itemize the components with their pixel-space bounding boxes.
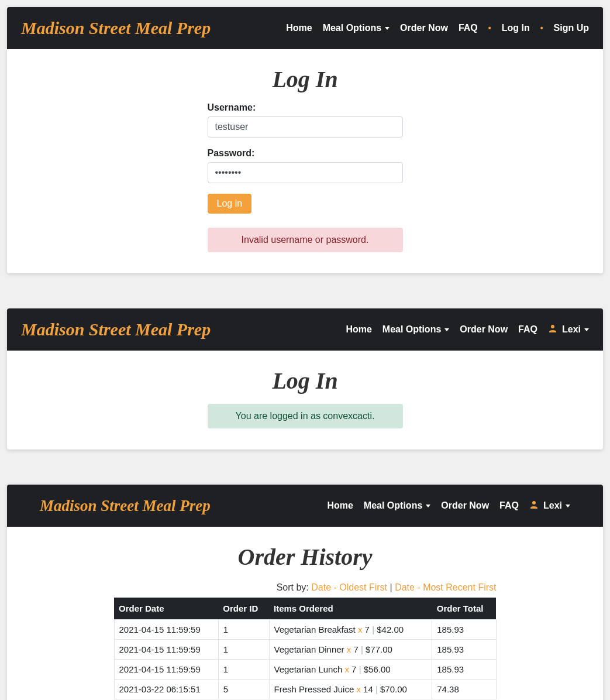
- multiply-icon: x: [344, 664, 349, 674]
- cell-id: 1: [218, 660, 269, 680]
- caret-down-icon: [584, 328, 589, 331]
- cell-items: Vegetarian Dinner x 7 | $77.00: [269, 640, 432, 660]
- cell-date: 2021-03-22 06:15:51: [114, 680, 218, 699]
- cell-date: 2021-04-15 11:59:59: [114, 620, 218, 640]
- nav-meal-options[interactable]: Meal Options: [382, 324, 449, 335]
- cell-items: Vegetarian Breakfast x 7 | $42.00: [269, 620, 432, 640]
- caret-down-icon: [426, 505, 430, 507]
- user-icon: [548, 324, 557, 335]
- brand-logo[interactable]: Madison Street Meal Prep: [21, 320, 346, 339]
- nav-user-menu[interactable]: Lexi: [529, 500, 570, 512]
- cell-id: 1: [218, 640, 269, 660]
- nav-log-in[interactable]: Log In: [502, 23, 530, 33]
- nav-home[interactable]: Home: [346, 324, 371, 335]
- bullet-icon: •: [488, 23, 491, 33]
- col-order-total: Order Total: [432, 598, 496, 620]
- cell-id: 1: [218, 620, 269, 640]
- sort-separator: |: [390, 582, 395, 592]
- navbar: Madison Street Meal Prep Home Meal Optio…: [7, 485, 603, 527]
- caret-down-icon: [385, 27, 390, 30]
- sort-row: Sort by: Date - Oldest First | Date - Mo…: [114, 582, 497, 593]
- cell-total: 185.93: [432, 620, 496, 640]
- content-area: Log In Username: Password: Log in Invali…: [7, 49, 603, 273]
- username-input[interactable]: [208, 116, 403, 138]
- nav-meal-options[interactable]: Meal Options: [364, 500, 430, 511]
- nav-items: Home Meal Options Order Now FAQ Lexi: [327, 500, 570, 512]
- password-input[interactable]: [208, 162, 403, 183]
- cell-date: 2021-04-15 11:59:59: [114, 640, 218, 660]
- sort-recent-link[interactable]: Date - Most Recent First: [395, 582, 496, 592]
- nav-user-label: Lexi: [543, 500, 562, 511]
- nav-faq[interactable]: FAQ: [518, 324, 537, 335]
- brand-logo[interactable]: Madison Street Meal Prep: [40, 497, 327, 515]
- table-row: 2021-04-15 11:59:591Vegetarian Lunch x 7…: [114, 660, 496, 680]
- multiply-icon: x: [347, 644, 351, 654]
- nav-meal-options[interactable]: Meal Options: [323, 23, 390, 33]
- table-row: 2021-04-15 11:59:591Vegetarian Breakfast…: [114, 620, 496, 640]
- cell-total: 185.93: [432, 640, 496, 660]
- sort-label: Sort by:: [277, 582, 312, 592]
- table-row: 2021-04-15 11:59:591Vegetarian Dinner x …: [114, 640, 496, 660]
- cell-id: 5: [218, 680, 269, 699]
- cell-date: 2021-04-15 11:59:59: [114, 660, 218, 680]
- pipe-separator: |: [372, 624, 374, 634]
- page-title: Log In: [21, 367, 589, 394]
- nav-user-menu[interactable]: Lexi: [548, 324, 589, 335]
- pipe-separator: |: [361, 644, 363, 654]
- nav-meal-options-label: Meal Options: [364, 500, 422, 511]
- sort-oldest-link[interactable]: Date - Oldest First: [311, 582, 387, 592]
- user-icon: [529, 500, 539, 512]
- nav-order-now[interactable]: Order Now: [441, 500, 489, 511]
- cell-total: 74.38: [432, 680, 496, 699]
- nav-home[interactable]: Home: [327, 500, 353, 511]
- page-title: Log In: [21, 66, 589, 93]
- caret-down-icon: [444, 328, 449, 331]
- page-title: Order History: [21, 543, 589, 571]
- nav-home[interactable]: Home: [286, 23, 312, 33]
- nav-meal-options-label: Meal Options: [382, 324, 441, 335]
- table-row: 2021-03-22 06:15:515Fresh Pressed Juice …: [114, 680, 496, 699]
- nav-user-label: Lexi: [562, 324, 581, 335]
- nav-order-now[interactable]: Order Now: [460, 324, 508, 335]
- pipe-separator: |: [359, 664, 361, 674]
- col-order-date: Order Date: [114, 598, 218, 620]
- nav-order-now[interactable]: Order Now: [400, 23, 448, 33]
- cell-total: 185.93: [432, 660, 496, 680]
- caret-down-icon: [566, 505, 570, 507]
- brand-logo[interactable]: Madison Street Meal Prep: [21, 18, 286, 38]
- nav-faq[interactable]: FAQ: [459, 23, 478, 33]
- nav-faq[interactable]: FAQ: [499, 500, 519, 511]
- nav-items: Home Meal Options Order Now FAQ Lexi: [346, 324, 589, 335]
- multiply-icon: x: [358, 624, 363, 634]
- bullet-icon: •: [540, 23, 543, 33]
- pipe-separator: |: [375, 684, 378, 694]
- username-label: Username:: [208, 102, 403, 113]
- navbar: Madison Street Meal Prep Home Meal Optio…: [7, 7, 603, 49]
- multiply-icon: x: [356, 684, 361, 694]
- nav-items: Home Meal Options Order Now FAQ • Log In…: [286, 23, 589, 33]
- cell-items: Vegetarian Lunch x 7 | $56.00: [269, 660, 432, 680]
- table-container: Sort by: Date - Oldest First | Date - Mo…: [114, 582, 497, 699]
- orders-table: Order Date Order ID Items Ordered Order …: [114, 598, 497, 699]
- success-alert: You are logged in as convexcacti.: [208, 404, 403, 428]
- content-area: Log In You are logged in as convexcacti.: [7, 351, 603, 449]
- panel-login-error: Madison Street Meal Prep Home Meal Optio…: [7, 7, 603, 273]
- panel-order-history: Madison Street Meal Prep Home Meal Optio…: [7, 485, 603, 700]
- nav-sign-up[interactable]: Sign Up: [554, 23, 589, 33]
- login-form: Username: Password: Log in Invalid usern…: [208, 102, 403, 252]
- col-order-id: Order ID: [218, 598, 269, 620]
- error-alert: Invalid username or password.: [208, 228, 403, 252]
- col-items-ordered: Items Ordered: [269, 598, 432, 620]
- password-label: Password:: [208, 148, 403, 159]
- content-area: Order History Sort by: Date - Oldest Fir…: [7, 527, 603, 700]
- nav-meal-options-label: Meal Options: [323, 23, 381, 33]
- login-button[interactable]: Log in: [208, 194, 252, 214]
- navbar: Madison Street Meal Prep Home Meal Optio…: [7, 308, 603, 351]
- panel-login-success: Madison Street Meal Prep Home Meal Optio…: [7, 308, 603, 449]
- cell-items: Fresh Pressed Juice x 14 | $70.00: [269, 680, 432, 699]
